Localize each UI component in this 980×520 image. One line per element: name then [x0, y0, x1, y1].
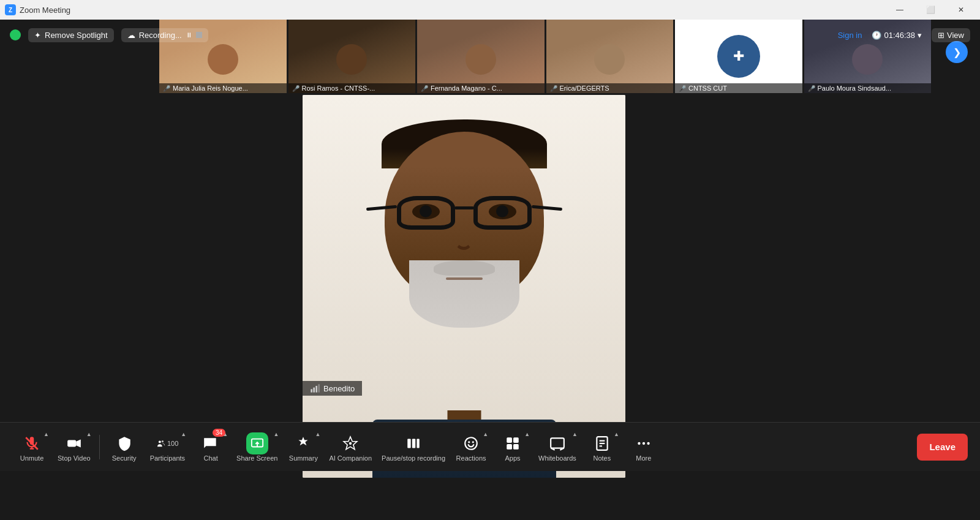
- share-screen-icon: [246, 432, 268, 454]
- thumbnail-4-name: 🎤 Erica/DEGERTS: [546, 83, 674, 93]
- unmute-button[interactable]: ▲ Unmute: [12, 428, 51, 467]
- video-caret[interactable]: ▲: [86, 431, 92, 437]
- mic-indicator-2: 🎤: [292, 85, 300, 92]
- participants-label: Participants: [150, 454, 185, 462]
- ai-companion-button[interactable]: AI Companion: [325, 428, 375, 467]
- security-icon: [113, 432, 135, 454]
- summary-icon: [292, 432, 314, 454]
- meeting-timer: 🕐 01:46:38 ▾: [872, 31, 922, 40]
- whiteboards-icon: [546, 432, 568, 454]
- topbar-left: ✦ Remove Spotlight ☁ Recording... ⏸: [10, 28, 208, 42]
- window-controls[interactable]: — ⬜ ✕: [886, 0, 975, 20]
- more-label: More: [636, 454, 651, 462]
- unmute-label: Unmute: [20, 454, 44, 462]
- apps-button[interactable]: ▲ Apps: [493, 428, 532, 467]
- svg-rect-23: [507, 444, 512, 450]
- remove-spotlight-button[interactable]: ✦ Remove Spotlight: [28, 28, 114, 42]
- topbar-right: Sign in 🕐 01:46:38 ▾ ⊞ View: [838, 28, 970, 42]
- share-screen-button[interactable]: ▲ Share Screen: [233, 428, 281, 467]
- summary-label: Summary: [289, 454, 318, 462]
- spotlight-face: [303, 95, 625, 478]
- view-label: View: [947, 31, 964, 40]
- svg-rect-16: [412, 439, 415, 448]
- svg-point-18: [465, 437, 477, 450]
- mic-indicator-1: 🎤: [163, 85, 170, 92]
- more-icon: [633, 432, 655, 454]
- recording-button[interactable]: ☁ Recording... ⏸: [121, 28, 208, 42]
- thumbnail-6-name: 🎤 Paulo Moura Sindsaud...: [804, 83, 932, 93]
- svg-rect-2: [315, 386, 317, 393]
- zoom-logo: Z: [5, 4, 16, 15]
- more-button[interactable]: More: [624, 428, 663, 467]
- svg-point-34: [647, 442, 649, 444]
- pause-recording-button[interactable]: Pause/stop recording: [378, 428, 449, 467]
- stop-video-label: Stop Video: [58, 454, 91, 462]
- mic-indicator-6: 🎤: [808, 85, 815, 92]
- summary-button[interactable]: ▲ Summary: [284, 428, 323, 467]
- notes-caret[interactable]: ▲: [614, 431, 619, 437]
- participants-caret[interactable]: ▲: [181, 431, 186, 437]
- participants-button[interactable]: ▲ 100 Participants: [146, 428, 189, 467]
- svg-point-20: [472, 441, 474, 443]
- apps-caret[interactable]: ▲: [524, 431, 530, 437]
- reactions-caret[interactable]: ▲: [483, 431, 488, 437]
- recording-icon: [402, 432, 424, 454]
- thumbnail-5-name: 🎤 CNTSS CUT: [675, 83, 802, 93]
- participants-count: 100: [167, 440, 178, 447]
- clock-icon: 🕐: [872, 31, 881, 40]
- notes-icon: [591, 432, 613, 454]
- participants-icon: 100: [156, 432, 178, 454]
- mic-indicator-5: 🎤: [679, 85, 686, 92]
- spotlight-video: [303, 95, 625, 478]
- security-button[interactable]: Security: [105, 428, 144, 467]
- svg-marker-9: [76, 439, 81, 447]
- whiteboards-caret[interactable]: ▲: [572, 431, 578, 437]
- svg-rect-15: [407, 439, 410, 448]
- remove-spotlight-label: Remove Spotlight: [45, 31, 108, 40]
- signal-icon: [310, 383, 320, 393]
- svg-rect-24: [513, 444, 519, 450]
- svg-point-19: [468, 441, 470, 443]
- divider-1: [99, 435, 100, 459]
- face-drawing: [366, 132, 562, 450]
- chat-button[interactable]: ▲ 34 Chat: [191, 428, 230, 467]
- meeting-topbar: ✦ Remove Spotlight ☁ Recording... ⏸ Sign…: [0, 20, 980, 50]
- view-button[interactable]: ⊞ View: [932, 28, 970, 42]
- chat-badge: 34: [213, 429, 225, 437]
- maximize-button[interactable]: ⬜: [916, 0, 944, 20]
- ai-companion-label: AI Companion: [329, 454, 372, 462]
- notes-label: Notes: [593, 454, 611, 462]
- svg-point-33: [643, 442, 645, 444]
- sign-in-button[interactable]: Sign in: [838, 31, 862, 40]
- apps-icon: [502, 432, 524, 454]
- summary-caret[interactable]: ▲: [315, 431, 320, 437]
- timer-chevron-icon: ▾: [918, 31, 922, 40]
- svg-rect-0: [311, 389, 312, 392]
- security-label: Security: [112, 454, 137, 462]
- leave-button[interactable]: Leave: [917, 434, 968, 461]
- whiteboards-label: Whiteboards: [538, 454, 576, 462]
- svg-rect-21: [507, 437, 512, 443]
- svg-rect-25: [551, 438, 564, 448]
- mic-indicator-3: 🎤: [421, 85, 428, 92]
- pause-recording-label: Pause/stop recording: [382, 454, 445, 462]
- pause-icon: ⏸: [186, 31, 192, 39]
- spotlight-person-name: Benedito: [323, 384, 355, 393]
- stop-icon: [196, 32, 202, 38]
- window-title: Zoom Meeting: [20, 6, 70, 15]
- svg-rect-1: [313, 388, 315, 393]
- toolbar: ▲ Unmute ▲: [0, 422, 980, 471]
- svg-rect-17: [417, 439, 419, 448]
- close-button[interactable]: ✕: [947, 0, 975, 20]
- unmute-caret[interactable]: ▲: [43, 431, 49, 437]
- notes-button[interactable]: ▲ Notes: [582, 428, 622, 467]
- share-caret[interactable]: ▲: [273, 431, 279, 437]
- whiteboards-button[interactable]: ▲ Whiteboards: [535, 428, 580, 467]
- minimize-button[interactable]: —: [886, 0, 914, 20]
- stop-video-button[interactable]: ▲ Stop Video: [54, 428, 94, 467]
- reactions-label: Reactions: [456, 454, 486, 462]
- svg-rect-5: [30, 437, 34, 445]
- reactions-button[interactable]: ▲ Reactions: [451, 428, 491, 467]
- cloud-icon: ☁: [127, 31, 135, 40]
- connection-status-icon: [10, 29, 21, 40]
